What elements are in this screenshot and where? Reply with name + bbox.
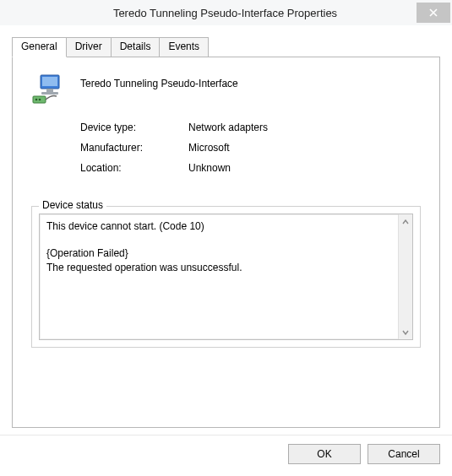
prop-row-type: Device type: Network adapters	[80, 122, 421, 133]
properties-dialog: Teredo Tunneling Pseudo-Interface Proper…	[0, 0, 452, 476]
cancel-button[interactable]: Cancel	[368, 444, 440, 464]
device-status-group: Device status This device cannot start. …	[31, 206, 421, 348]
svg-point-6	[39, 99, 41, 101]
location-label: Location:	[80, 162, 188, 174]
network-adapter-icon	[31, 71, 67, 106]
scroll-down-button[interactable]	[399, 325, 412, 339]
tab-panel-general: Teredo Tunneling Pseudo-Interface Device…	[12, 57, 440, 428]
prop-row-manufacturer: Manufacturer: Microsoft	[80, 142, 421, 154]
manufacturer-value: Microsoft	[188, 142, 421, 154]
ok-button[interactable]: OK	[288, 444, 361, 464]
svg-point-5	[35, 99, 38, 101]
close-icon	[429, 6, 438, 19]
titlebar: Teredo Tunneling Pseudo-Interface Proper…	[0, 0, 452, 25]
close-button[interactable]	[417, 3, 450, 23]
svg-rect-3	[41, 92, 58, 95]
device-status-text: This device cannot start. (Code 10) {Ope…	[40, 214, 398, 339]
device-status-box: This device cannot start. (Code 10) {Ope…	[39, 214, 413, 340]
content-area: General Driver Details Events	[0, 25, 452, 435]
scrollbar[interactable]	[398, 214, 412, 339]
svg-rect-2	[46, 89, 53, 92]
chevron-up-icon	[402, 217, 409, 226]
tab-events[interactable]: Events	[159, 37, 209, 57]
manufacturer-label: Manufacturer:	[80, 142, 188, 154]
device-type-value: Network adapters	[188, 122, 421, 133]
device-properties: Device type: Network adapters Manufactur…	[80, 122, 421, 182]
tab-details[interactable]: Details	[111, 37, 161, 57]
device-type-label: Device type:	[80, 122, 188, 133]
dialog-button-row: OK Cancel	[0, 435, 452, 476]
tabstrip: General Driver Details Events	[12, 37, 440, 57]
svg-rect-1	[42, 77, 57, 86]
device-name: Teredo Tunneling Pseudo-Interface	[80, 78, 238, 89]
window-title: Teredo Tunneling Pseudo-Interface Proper…	[0, 7, 417, 19]
device-status-legend: Device status	[39, 199, 106, 211]
prop-row-location: Location: Unknown	[80, 162, 421, 174]
scroll-up-button[interactable]	[399, 214, 412, 229]
device-header: Teredo Tunneling Pseudo-Interface	[31, 71, 421, 106]
tab-driver[interactable]: Driver	[66, 37, 112, 57]
chevron-down-icon	[402, 327, 409, 337]
location-value: Unknown	[188, 162, 421, 174]
tab-general[interactable]: General	[12, 37, 67, 57]
